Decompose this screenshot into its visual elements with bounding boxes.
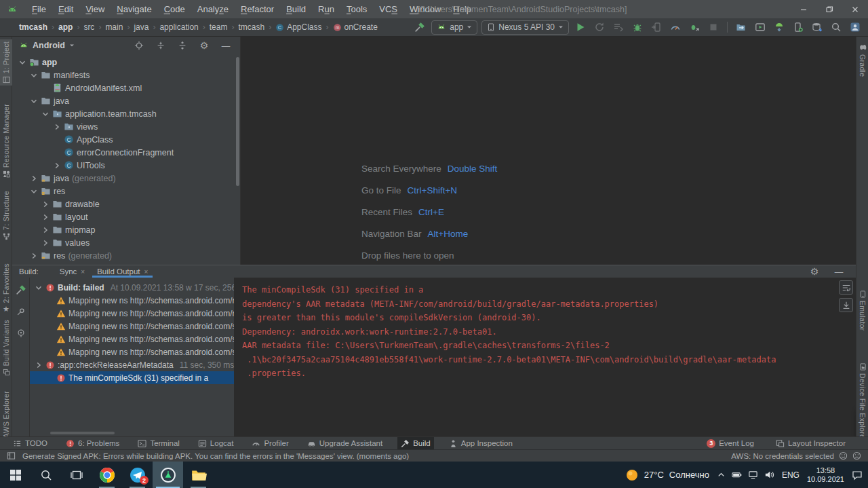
build-tree-item[interactable]: :app:checkReleaseAarMetadata11 sec, 350 … [30,358,234,371]
taskbar-file-explorer[interactable] [183,462,214,488]
feedback-happy-icon[interactable] [839,451,848,460]
menu-refactor[interactable]: Refactor [235,4,280,14]
menu-vcs[interactable]: VCS [373,4,403,14]
taskbar-telegram[interactable]: 2 [122,462,153,488]
project-scrollbar[interactable] [236,57,239,186]
menu-analyze[interactable]: Analyze [191,4,235,14]
device-manager-button[interactable] [791,20,806,34]
debug-button[interactable] [630,20,645,34]
collapse-all-button[interactable] [175,39,190,52]
clock[interactable]: 13:58 10.09.2021 [807,466,844,484]
chevron-expanded-icon[interactable] [29,187,38,195]
breadcrumb-app[interactable]: app [57,22,74,33]
profiler-button[interactable] [668,20,683,34]
toolwindow-terminal[interactable]: Terminal [134,437,182,450]
scroll-to-end-button[interactable] [839,298,853,312]
sidebar-item-device-file-explorer[interactable]: Device File Explorer [856,361,868,443]
toolwindow-toggle-icon[interactable] [7,451,16,460]
breadcrumb-java[interactable]: java [132,22,150,33]
toolwindow-todo[interactable]: TODO [9,437,51,450]
database-inspector-button[interactable] [810,20,825,34]
breadcrumb-tmcash[interactable]: tmcash [18,22,49,33]
sidebar-item-2-favorites[interactable]: 2: Favorites★ [0,261,12,315]
toolwindow-app-inspection[interactable]: App Inspection [446,437,516,450]
breadcrumb-main[interactable]: main [104,22,124,33]
tree-item-views[interactable]: views [12,120,240,133]
restore-button[interactable] [816,0,842,18]
user-avatar-button[interactable] [848,20,863,34]
build-tree-item[interactable]: Mapping new ns http://schemas.android.co… [30,294,234,307]
status-message[interactable]: Generate Signed APK: Errors while buildi… [22,452,409,460]
build-tree-item[interactable]: Mapping new ns http://schemas.android.co… [30,345,234,358]
feedback-sad-icon[interactable] [852,451,861,460]
minimize-button[interactable] [791,0,816,18]
chevron-expanded-icon[interactable] [29,97,38,105]
tree-item-androidmanifest-xml[interactable]: AndroidManifest.xml [12,81,240,94]
chevron-collapsed-icon[interactable] [41,213,50,221]
battery-icon[interactable] [732,470,742,480]
settings-gear-button[interactable]: ⚙ [807,265,822,278]
locate-button[interactable] [132,39,146,52]
project-view-selector[interactable]: Android [33,41,65,50]
tab-sync[interactable]: Sync× [54,265,91,278]
chevron-collapsed-icon[interactable] [29,252,38,260]
toolwindow-layout-inspector[interactable]: Layout Inspector [772,437,849,450]
chevron-collapsed-icon[interactable] [52,123,61,131]
tree-item-appclass[interactable]: CAppClass [12,133,240,146]
chevron-expanded-icon[interactable] [34,284,43,292]
toolwindow-build[interactable]: Build [397,437,434,450]
build-tree-item[interactable]: Mapping new ns http://schemas.android.co… [30,307,234,320]
sidebar-item-emulator[interactable]: Emulator [856,288,868,333]
pin-button[interactable] [14,305,28,318]
tree-item-java-generated[interactable]: java (generated) [12,172,240,185]
aws-status[interactable]: AWS: No credentials selected [731,452,834,460]
sidebar-item-build-variants[interactable]: Build Variants [0,318,12,378]
chevron-expanded-icon[interactable] [41,110,50,118]
horizontal-scrollbar[interactable] [50,432,115,434]
chevron-expanded-icon[interactable] [18,58,26,67]
tree-item-drawable[interactable]: drawable [12,198,240,210]
network-icon[interactable] [748,470,758,480]
chevron-collapsed-icon[interactable] [41,226,50,234]
toolwindow-upgrade-assistant[interactable]: Upgrade Assistant [304,437,386,450]
apply-changes-button[interactable] [611,20,626,34]
weather-widget[interactable]: 27°C Солнечно [625,468,709,482]
taskbar-chrome[interactable] [92,462,122,488]
tree-item-application-team-tmcash[interactable]: application.team.tmcash [12,107,240,120]
settings-gear-button[interactable]: ⚙ [197,39,212,52]
tree-item-manifests[interactable]: manifests [12,69,240,81]
close-tab-icon[interactable]: × [81,268,85,276]
sidebar-item-1-project[interactable]: 1: Project [0,39,12,86]
menu-file[interactable]: File [26,4,52,14]
sidebar-item-gradle[interactable]: Gradle [856,41,868,79]
toolwindow-logcat[interactable]: Logcat [195,437,237,450]
device-select[interactable]: Nexus 5 API 30 [481,20,569,35]
menu-code[interactable]: Code [158,4,191,14]
tree-item-errorconnectionfragment[interactable]: CerrorConnectionFragment [12,146,240,159]
hide-panel-button[interactable]: — [218,39,233,52]
tree-item-res[interactable]: res [12,185,240,198]
menu-view[interactable]: View [79,4,111,14]
build-hammer-button[interactable] [14,283,28,297]
filter-button[interactable] [14,326,28,340]
breadcrumb-appclass[interactable]: CAppClass [274,22,323,33]
tab-build-output[interactable]: Build Output× [91,265,154,278]
breadcrumb-application[interactable]: application [158,22,199,33]
hide-panel-button[interactable]: — [831,265,846,278]
tray-expand-icon[interactable] [717,470,726,479]
volume-icon[interactable] [764,470,774,480]
sync-gradle-button[interactable] [734,20,749,34]
sdk-manager-button[interactable] [772,20,787,34]
profile-low-overhead-button[interactable] [687,20,702,34]
menu-run[interactable]: Run [312,4,340,14]
expand-all-button[interactable] [153,39,168,52]
tree-item-app[interactable]: app [12,56,240,69]
build-tree-item[interactable]: Build: failedAt 10.09.2021 13:58 w 17 se… [30,281,234,294]
chevron-collapsed-icon[interactable] [29,174,38,183]
tree-item-res-generated[interactable]: res (generated) [12,249,240,262]
breadcrumb-src[interactable]: src [82,22,96,33]
tree-item-uitools[interactable]: CUITools [12,159,240,172]
sidebar-item-resource-manager[interactable]: Resource Manager [0,102,12,180]
taskbar-android-studio[interactable] [153,462,183,488]
close-button[interactable] [842,0,868,18]
